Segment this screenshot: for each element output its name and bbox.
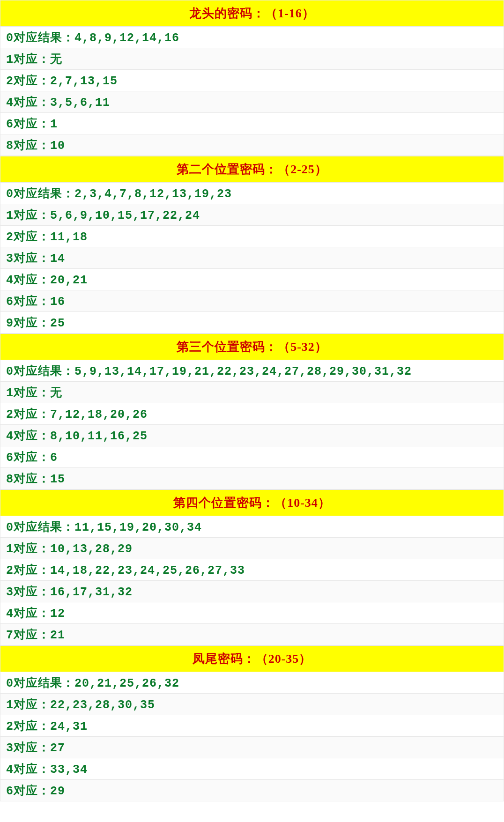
data-row: 4对应：3,5,6,11 <box>0 91 504 113</box>
data-row: 0对应结果：4,8,9,12,14,16 <box>0 27 504 48</box>
data-row: 6对应：29 <box>0 780 504 801</box>
data-row: 3对应：14 <box>0 247 504 269</box>
data-row: 9对应：25 <box>0 312 504 333</box>
data-row: 2对应：2,7,13,15 <box>0 70 504 91</box>
data-row: 0对应结果：20,21,25,26,32 <box>0 672 504 694</box>
data-row: 1对应：22,23,28,30,35 <box>0 694 504 715</box>
section-header: 第三个位置密码：（5-32） <box>0 333 504 360</box>
section-header: 凤尾密码：（20-35） <box>0 645 504 672</box>
section-0: 龙头的密码：（1-16）0对应结果：4,8,9,12,14,161对应：无2对应… <box>0 0 504 156</box>
data-row: 2对应：24,31 <box>0 715 504 737</box>
data-row: 0对应结果：5,9,13,14,17,19,21,22,23,24,27,28,… <box>0 360 504 382</box>
data-row: 1对应：无 <box>0 48 504 70</box>
data-row: 6对应：1 <box>0 113 504 134</box>
data-row: 2对应：14,18,22,23,24,25,26,27,33 <box>0 559 504 581</box>
data-row: 1对应：5,6,9,10,15,17,22,24 <box>0 204 504 226</box>
data-row: 0对应结果：2,3,4,7,8,12,13,19,23 <box>0 183 504 204</box>
data-row: 4对应：33,34 <box>0 758 504 780</box>
data-row: 4对应：20,21 <box>0 269 504 290</box>
data-row: 6对应：16 <box>0 290 504 312</box>
section-header: 第二个位置密码：（2-25） <box>0 156 504 183</box>
data-row: 1对应：10,13,28,29 <box>0 538 504 559</box>
section-4: 凤尾密码：（20-35）0对应结果：20,21,25,26,321对应：22,2… <box>0 645 504 801</box>
data-row: 3对应：16,17,31,32 <box>0 581 504 602</box>
data-row: 6对应：6 <box>0 446 504 468</box>
section-header: 第四个位置密码：（10-34） <box>0 489 504 516</box>
data-row: 8对应：10 <box>0 134 504 156</box>
data-row: 2对应：7,12,18,20,26 <box>0 403 504 425</box>
data-row: 2对应：11,18 <box>0 226 504 247</box>
data-row: 1对应：无 <box>0 382 504 403</box>
data-row: 3对应：27 <box>0 737 504 758</box>
data-row: 0对应结果：11,15,19,20,30,34 <box>0 516 504 538</box>
data-row: 8对应：15 <box>0 468 504 489</box>
section-header: 龙头的密码：（1-16） <box>0 0 504 27</box>
data-row: 4对应：8,10,11,16,25 <box>0 425 504 446</box>
section-3: 第四个位置密码：（10-34）0对应结果：11,15,19,20,30,341对… <box>0 489 504 645</box>
data-row: 4对应：12 <box>0 602 504 624</box>
section-2: 第三个位置密码：（5-32）0对应结果：5,9,13,14,17,19,21,2… <box>0 333 504 489</box>
section-1: 第二个位置密码：（2-25）0对应结果：2,3,4,7,8,12,13,19,2… <box>0 156 504 333</box>
data-row: 7对应：21 <box>0 624 504 645</box>
